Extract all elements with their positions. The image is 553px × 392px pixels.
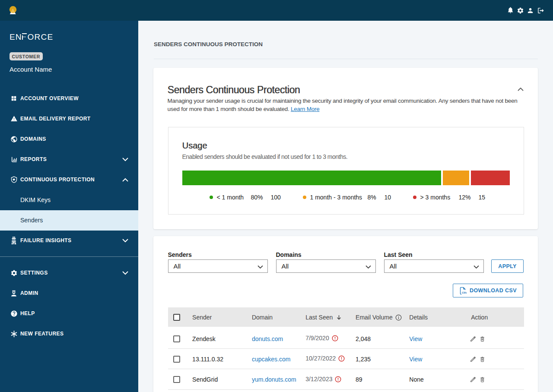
svg-text:CSV: CSV (462, 291, 467, 294)
